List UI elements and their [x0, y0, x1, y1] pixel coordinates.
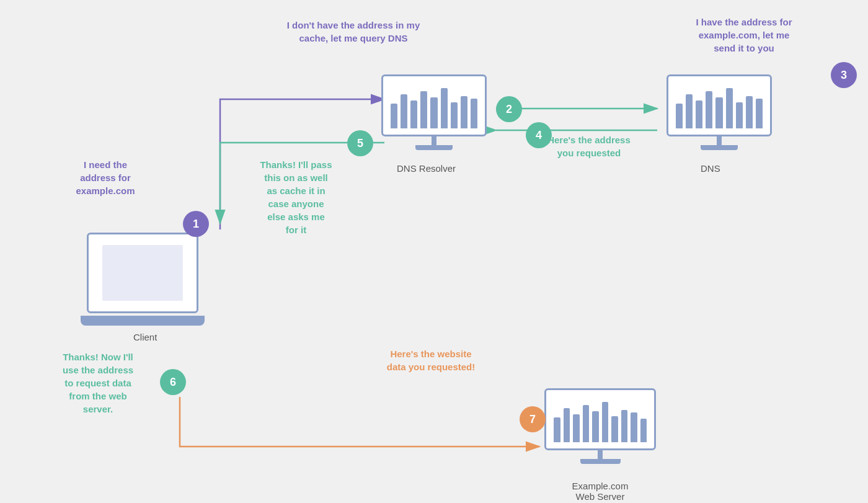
step4-circle: 4	[526, 122, 552, 148]
step7-circle: 7	[520, 406, 546, 432]
step1-circle: 1	[183, 211, 209, 237]
step5-bubble: Thanks! I'll passthis on as wellas cache…	[236, 158, 356, 236]
dns-resolver-device	[381, 74, 487, 150]
dns-resolver-label: DNS Resolver	[397, 163, 456, 174]
step7-response-bubble: Here's the websitedata you requested!	[347, 347, 515, 373]
web-server-device	[544, 388, 656, 464]
step5-circle: 5	[347, 130, 373, 156]
step6-circle: 6	[160, 369, 186, 395]
client-device	[87, 233, 205, 326]
step3-bubble: I have the address forexample.com, let m…	[670, 16, 818, 55]
step2-circle: 2	[496, 96, 522, 122]
step3-circle: 3	[831, 62, 857, 88]
client-label: Client	[133, 332, 157, 342]
step2-bubble: I don't have the address in mycache, let…	[267, 19, 440, 45]
step6-bubble: Thanks! Now I'lluse the addressto reques…	[30, 350, 166, 416]
web-server-label: Example.comWeb Server	[551, 481, 650, 502]
dns-diagram: I need theaddress forexample.com 1 Clien…	[0, 0, 868, 503]
step1-bubble: I need theaddress forexample.com	[37, 158, 174, 197]
dns-device	[666, 74, 772, 150]
dns-label: DNS	[701, 163, 720, 174]
